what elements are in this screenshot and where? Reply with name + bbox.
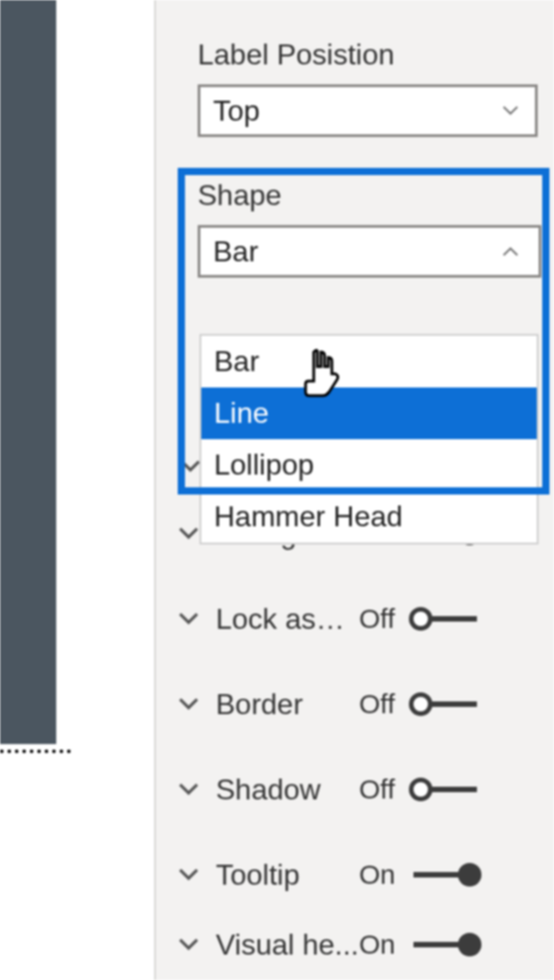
canvas-visual-strip <box>0 0 56 744</box>
property-rows: Backgrou... On Lock aspe... Off Border O… <box>156 492 554 973</box>
toggle-switch[interactable] <box>413 932 477 957</box>
shape-value: Bar <box>213 235 258 269</box>
chevron-down-icon <box>174 604 207 633</box>
property-row-tooltip[interactable]: Tooltip On <box>156 833 554 918</box>
label-position-section: Label Posistion Top <box>156 38 554 137</box>
property-label: Lock aspe... <box>216 603 359 636</box>
property-label: Visual he... <box>216 928 359 962</box>
property-row-visual-header[interactable]: Visual he... On <box>156 918 554 973</box>
property-label: Tooltip <box>216 858 359 892</box>
label-position-dropdown[interactable]: Top <box>198 84 538 137</box>
toggle-switch[interactable] <box>413 691 477 717</box>
chevron-down-icon <box>174 690 207 719</box>
shape-option-hammer-head[interactable]: Hammer Head <box>201 491 537 543</box>
shape-section: Shape Bar <box>156 179 554 278</box>
shape-dropdown[interactable]: Bar <box>198 225 541 278</box>
chevron-down-icon <box>174 775 207 804</box>
chevron-down-icon <box>499 99 522 122</box>
canvas-preview-edge <box>0 0 73 753</box>
property-row-lock-aspect[interactable]: Lock aspe... Off <box>156 577 554 662</box>
shape-dropdown-list: Bar Line Lollipop Hammer Head <box>199 334 539 544</box>
property-state: On <box>359 929 403 960</box>
property-state: On <box>359 859 403 890</box>
chevron-down-icon <box>174 860 207 889</box>
property-row-border[interactable]: Border Off <box>156 662 554 748</box>
label-position-label: Label Posistion <box>156 38 554 72</box>
toggle-switch[interactable] <box>413 862 477 887</box>
toggle-switch[interactable] <box>413 606 477 632</box>
property-state: Off <box>359 603 403 634</box>
canvas-dotted-edge <box>0 746 71 753</box>
toggle-switch[interactable] <box>413 777 477 802</box>
property-label: Border <box>216 688 359 721</box>
chevron-up-icon <box>499 240 522 263</box>
property-state: Off <box>359 689 403 720</box>
shape-label: Shape <box>156 179 554 212</box>
shape-option-line[interactable]: Line <box>201 387 537 439</box>
shape-option-lollipop[interactable]: Lollipop <box>201 439 537 491</box>
formatting-panel: Label Posistion Top Shape Bar Bar Line L… <box>154 0 554 980</box>
shape-option-bar[interactable]: Bar <box>201 336 537 387</box>
label-position-value: Top <box>213 94 260 128</box>
chevron-down-icon <box>174 930 207 959</box>
property-state: Off <box>359 774 403 805</box>
property-row-shadow[interactable]: Shadow Off <box>156 748 554 833</box>
property-label: Shadow <box>216 773 359 807</box>
